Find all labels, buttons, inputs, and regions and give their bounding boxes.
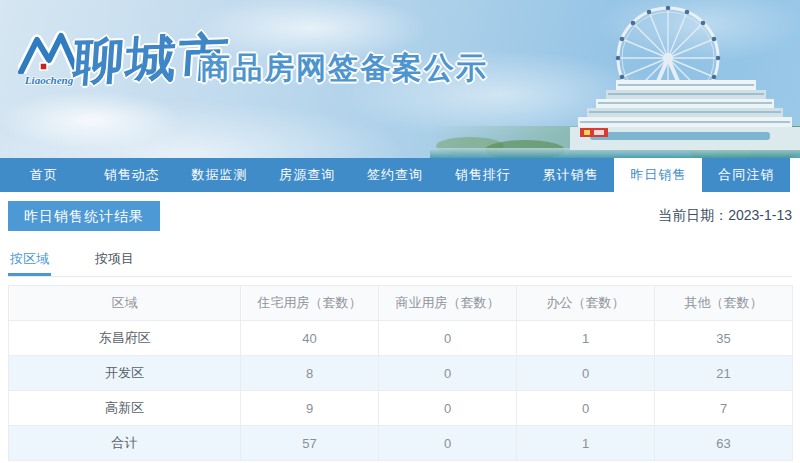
cell-other: 35 [655,321,793,356]
logo-mountain-icon [18,30,80,74]
nav-item-yesterday-sales[interactable]: 昨日销售 [614,158,702,192]
cell-residential: 8 [241,356,379,391]
nav-item-data-monitoring[interactable]: 数据监测 [176,158,264,192]
cell-residential: 9 [241,391,379,426]
nav-item-contract-cancellation[interactable]: 合同注销 [702,158,790,192]
column-header-region: 区域 [9,286,241,321]
cell-other: 63 [655,426,793,461]
nav-item-signing-query[interactable]: 签约查询 [351,158,439,192]
cell-other: 7 [655,391,793,426]
column-header-office: 办公（套数） [517,286,655,321]
tab-by-region[interactable]: 按区域 [8,244,51,276]
cell-region: 合计 [9,426,241,461]
view-tabs: 按区域 按项目 [8,244,792,277]
cell-region: 高新区 [9,391,241,426]
cell-residential: 57 [241,426,379,461]
cell-commercial: 0 [379,356,517,391]
column-header-commercial: 商业用房（套数） [379,286,517,321]
table-row: 高新区 9 0 0 7 [9,391,793,426]
cell-region: 开发区 [9,356,241,391]
nav-item-cumulative-sales[interactable]: 累计销售 [527,158,615,192]
cell-residential: 40 [241,321,379,356]
cell-commercial: 0 [379,321,517,356]
table-row-total: 合计 57 0 1 63 [9,426,793,461]
main-nav: 首页 销售动态 数据监测 房源查询 签约查询 销售排行 累计销售 昨日销售 合同… [0,158,790,192]
section-title-badge: 昨日销售统计结果 [8,201,160,231]
page: Liaocheng 聊城市 商品房网签备案公示 首页 销售动态 数据监测 房源查… [0,0,800,463]
cell-other: 21 [655,356,793,391]
nav-item-listing-query[interactable]: 房源查询 [263,158,351,192]
cell-office: 0 [517,391,655,426]
nav-item-home[interactable]: 首页 [0,158,88,192]
table-header-row: 区域 住宅用房（套数） 商业用房（套数） 办公（套数） 其他（套数） [9,286,793,321]
table-row: 开发区 8 0 0 21 [9,356,793,391]
current-date-label: 当前日期：2023-1-13 [658,207,792,225]
column-header-residential: 住宅用房（套数） [241,286,379,321]
cell-office: 0 [517,356,655,391]
nav-item-sales-dynamics[interactable]: 销售动态 [88,158,176,192]
table-row: 东昌府区 40 0 1 35 [9,321,793,356]
nav-item-sales-ranking[interactable]: 销售排行 [439,158,527,192]
main-content: 昨日销售统计结果 当前日期：2023-1-13 按区域 按项目 区域 住宅用房（… [0,201,800,461]
toolbar: 昨日销售统计结果 当前日期：2023-1-13 [8,201,792,231]
cell-region: 东昌府区 [9,321,241,356]
cell-commercial: 0 [379,391,517,426]
tab-by-project[interactable]: 按项目 [93,244,136,276]
cell-office: 1 [517,321,655,356]
column-header-other: 其他（套数） [655,286,793,321]
cell-commercial: 0 [379,426,517,461]
site-header-banner: Liaocheng 聊城市 商品房网签备案公示 [0,0,800,158]
cell-office: 1 [517,426,655,461]
sales-statistics-table: 区域 住宅用房（套数） 商业用房（套数） 办公（套数） 其他（套数） 东昌府区 … [8,285,793,461]
site-title: 商品房网签备案公示 [200,48,488,89]
